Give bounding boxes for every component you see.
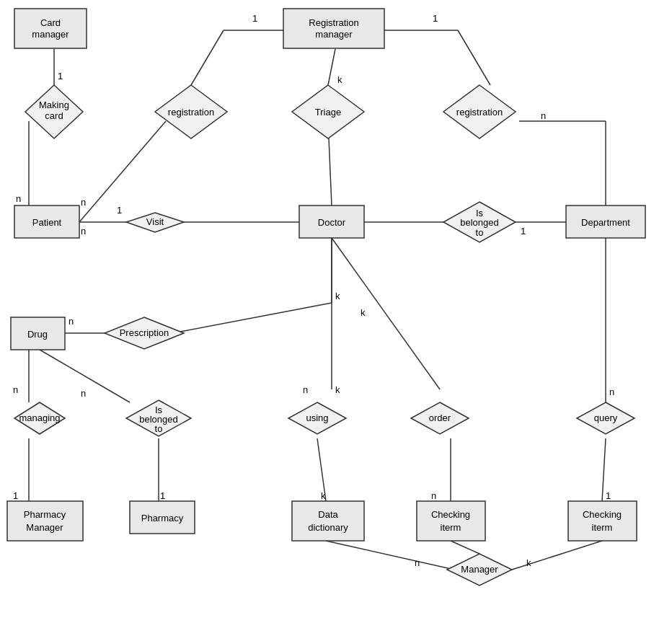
- entity-reg-manager-label2: manager: [315, 29, 353, 40]
- cardinality-nd: n: [81, 226, 86, 237]
- entity-pharmacy-label: Pharmacy: [141, 513, 184, 523]
- relation-belonged2-label3: to: [155, 423, 163, 434]
- cardinality-1a: 1: [252, 13, 257, 24]
- cardinality-1d: 1: [117, 205, 122, 216]
- entity-data-dict-label: Data: [318, 509, 338, 520]
- entity-doctor-label: Doctor: [318, 217, 346, 228]
- entity-card-manager-label: Card: [40, 17, 61, 28]
- cardinality-nj: n: [609, 386, 614, 397]
- svg-line-16: [180, 303, 332, 332]
- entity-patient-label: Patient: [32, 217, 62, 228]
- cardinality-kb: k: [335, 291, 340, 301]
- entity-pharmacy-manager-label: Pharmacy: [24, 509, 66, 520]
- cardinality-1f: 1: [13, 490, 18, 501]
- svg-line-3: [191, 30, 224, 85]
- cardinality-nf: n: [13, 384, 18, 395]
- cardinality-1g: 1: [160, 490, 165, 501]
- relation-visit-label: Visit: [146, 216, 164, 227]
- cardinality-nc: n: [541, 110, 546, 121]
- svg-line-29: [512, 541, 602, 570]
- entity-checking-iterm2-label2: iterm: [592, 522, 613, 533]
- relation-using-label: using: [306, 412, 328, 423]
- cardinality-kc: k: [335, 384, 340, 395]
- entity-reg-manager-label: Registration: [309, 17, 358, 28]
- relation-manager-label: Manager: [461, 564, 498, 575]
- entity-checking-iterm2: [568, 501, 637, 541]
- entity-drug-label: Drug: [27, 329, 48, 340]
- entity-checking-iterm1: [417, 501, 485, 541]
- entity-pharmacy-manager-label2: Manager: [26, 522, 63, 533]
- entity-checking-iterm2-label: Checking: [583, 509, 622, 520]
- cardinality-nk: n: [415, 557, 420, 568]
- relation-triage-label: Triage: [315, 107, 341, 118]
- relation-belonged-label2: belonged: [460, 217, 499, 228]
- cardinality-1c: 1: [58, 71, 63, 81]
- cardinality-1h: 1: [606, 490, 611, 501]
- cardinality-ni: n: [431, 490, 436, 501]
- cardinality-nb: n: [81, 197, 86, 208]
- entity-checking-iterm1-label2: iterm: [441, 522, 461, 533]
- relation-belonged-label3: to: [476, 227, 484, 238]
- relation-making-card-label: Making: [39, 100, 69, 110]
- cardinality-kf: k: [526, 557, 531, 568]
- entity-data-dictionary: [292, 501, 364, 541]
- svg-line-4: [328, 49, 335, 85]
- svg-line-30: [326, 541, 454, 570]
- relation-making-card-label2: card: [45, 110, 63, 121]
- entity-data-dict-label2: dictionary: [308, 522, 348, 533]
- entity-checking-iterm1-label: Checking: [431, 509, 470, 520]
- svg-line-28: [451, 541, 479, 554]
- relation-order-label: order: [429, 412, 451, 423]
- relation-reg2-label: registration: [456, 107, 503, 118]
- svg-line-9: [79, 121, 166, 222]
- relation-managing-label: managing: [19, 412, 60, 423]
- cardinality-1b: 1: [433, 13, 438, 24]
- cardinality-ka: k: [337, 74, 342, 85]
- entity-card-manager-label2: manager: [32, 29, 69, 40]
- cardinality-na: n: [16, 193, 21, 204]
- cardinality-ke: k: [361, 307, 366, 318]
- er-diagram: 1 1 1 n n k n 1 n 1 k n n 1 n 1 k n k k …: [0, 0, 672, 623]
- entity-department-label: Department: [581, 217, 630, 228]
- svg-line-19: [332, 238, 440, 389]
- entity-pharmacy-manager: [7, 501, 83, 541]
- cardinality-nh: n: [303, 384, 308, 395]
- cardinality-kd: k: [321, 490, 326, 501]
- cardinality-ne: n: [68, 316, 74, 327]
- cardinality-ng: n: [81, 388, 86, 399]
- cardinality-1e: 1: [521, 226, 526, 237]
- svg-line-6: [458, 30, 490, 85]
- relation-query-label: query: [594, 412, 618, 423]
- relation-reg1-label: registration: [168, 107, 214, 118]
- relation-prescription-label: Prescription: [120, 327, 169, 338]
